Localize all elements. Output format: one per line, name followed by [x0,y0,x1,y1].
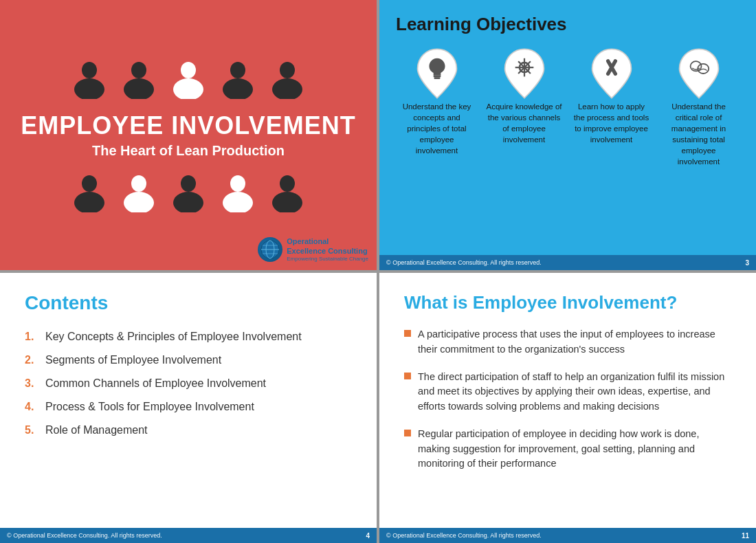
bullet-3: Regular participation of employee in dec… [404,427,731,472]
svg-point-37 [688,56,710,78]
bullet-text-3: Regular participation of employee in dec… [418,427,731,472]
slide-1-logo: Operational Excellence Consulting Empowe… [258,237,368,262]
svg-point-17 [223,192,253,212]
objective-4-text: Understand the critical role of manageme… [661,101,737,168]
slide-2: Learning Objectives Understand the key c… [379,0,756,270]
bullet-1: A participative process that uses the in… [404,327,731,357]
logo-sub: Excellence Consulting [287,247,368,256]
slide-1-subtitle: The Heart of Lean Production [92,143,285,159]
slide-1-title: EMPLOYEE INVOLVEMENT [21,111,355,140]
bullet-text-1: A participative process that uses the in… [418,327,731,357]
objective-2: Acquire knowledge of the various channel… [487,46,562,145]
person-b-white-2 [217,171,258,212]
slide-2-title: Learning Objectives [396,14,740,35]
list-text-2: Segments of Employee Involvement [45,354,221,366]
slide-3-footer-text: © Operational Excellence Consulting. All… [7,532,162,539]
objectives-row: Understand the key concepts and principl… [396,46,740,168]
logo-text-block: Operational Excellence Consulting Empowe… [287,237,368,261]
slide-3-footer: © Operational Excellence Consulting. All… [0,528,377,543]
list-item-5: 5. Role of Management [25,424,352,436]
svg-point-0 [82,62,97,78]
list-text-4: Process & Tools for Employee Involvement [45,401,254,413]
logo-name: Operational [287,237,368,246]
person-white-1 [168,58,209,99]
bullet-text-2: The direct participation of staff to hel… [418,370,731,414]
svg-point-19 [272,192,302,212]
slides-grid: EMPLOYEE INVOLVEMENT The Heart of Lean P… [0,0,756,543]
svg-point-8 [280,62,295,78]
puzzle-pin-icon [497,46,552,101]
slide-1: EMPLOYEE INVOLVEMENT The Heart of Lean P… [0,0,377,270]
slide-4-footer-text: © Operational Excellence Consulting. All… [386,532,542,539]
objective-2-text: Acquire knowledge of the various channel… [487,101,562,145]
svg-rect-26 [433,76,441,78]
svg-point-9 [272,78,302,99]
person-b-dark-2 [168,171,209,212]
objective-1: Understand the key concepts and principl… [399,46,475,156]
slide-4-title: What is Employee Involvement? [404,292,731,313]
svg-point-6 [230,62,245,78]
slide-3-title: Contents [25,292,352,314]
person-b-white-1 [118,171,159,212]
bullet-list: A participative process that uses the in… [404,327,731,472]
svg-point-13 [124,192,154,212]
bullet-square-1 [404,330,411,337]
person-dark-1 [69,58,110,99]
lightbulb-pin-icon [410,46,465,101]
logo-tag: Empowering Sustainable Change [287,256,368,262]
svg-point-5 [173,78,203,99]
person-dark-2 [118,58,159,99]
contents-list: 1. Key Concepts & Principles of Employee… [25,331,352,436]
svg-rect-27 [434,77,440,79]
bottom-people-row [69,171,308,212]
svg-point-7 [223,78,253,99]
slide-2-footer-num: 3 [745,259,749,267]
wrench-pin-icon [584,46,639,101]
masks-pin-icon [671,46,726,101]
list-num-4: 4. [25,401,38,413]
objective-3-text: Learn how to apply the process and tools… [574,101,649,145]
svg-point-10 [82,175,97,192]
svg-point-11 [74,192,104,212]
bullet-square-2 [404,373,411,379]
svg-point-1 [74,78,104,99]
person-b-dark-1 [69,171,110,212]
list-num-2: 2. [25,354,38,366]
list-text-3: Common Channels of Employee Involvement [45,377,266,390]
slide-3-footer-num: 4 [366,532,370,540]
slide-4-footer-num: 11 [742,532,749,540]
svg-point-2 [131,62,146,78]
svg-point-12 [131,175,146,192]
objective-4: Understand the critical role of manageme… [661,46,737,168]
objective-3: Learn how to apply the process and tools… [574,46,649,145]
slide-2-footer: © Operational Excellence Consulting. All… [379,255,756,270]
top-people-row [69,58,308,99]
objective-1-text: Understand the key concepts and principl… [399,101,475,156]
list-text-5: Role of Management [45,424,148,436]
list-item-1: 1. Key Concepts & Principles of Employee… [25,331,352,343]
list-item-4: 4. Process & Tools for Employee Involvem… [25,401,352,413]
list-item-2: 2. Segments of Employee Involvement [25,354,352,366]
svg-point-18 [280,175,295,192]
bullet-2: The direct participation of staff to hel… [404,370,731,414]
person-dark-3 [217,58,258,99]
svg-point-14 [181,175,196,192]
list-item-3: 3. Common Channels of Employee Involveme… [25,377,352,390]
slide-2-footer-text: © Operational Excellence Consulting. All… [386,259,542,266]
svg-point-3 [124,78,154,99]
list-num-3: 3. [25,377,38,390]
svg-point-4 [181,62,196,78]
svg-point-16 [230,175,245,192]
list-text-1: Key Concepts & Principles of Employee In… [45,331,302,343]
svg-point-15 [173,192,203,212]
slide-4-footer: © Operational Excellence Consulting. All… [379,528,756,543]
list-num-5: 5. [25,424,38,436]
slide-4: What is Employee Involvement? A particip… [379,273,756,543]
person-b-dark-3 [267,171,308,212]
slide-3: Contents 1. Key Concepts & Principles of… [0,273,377,543]
logo-globe-icon [258,237,282,262]
bullet-square-3 [404,430,411,436]
person-dark-4 [267,58,308,99]
list-num-1: 1. [25,331,38,343]
